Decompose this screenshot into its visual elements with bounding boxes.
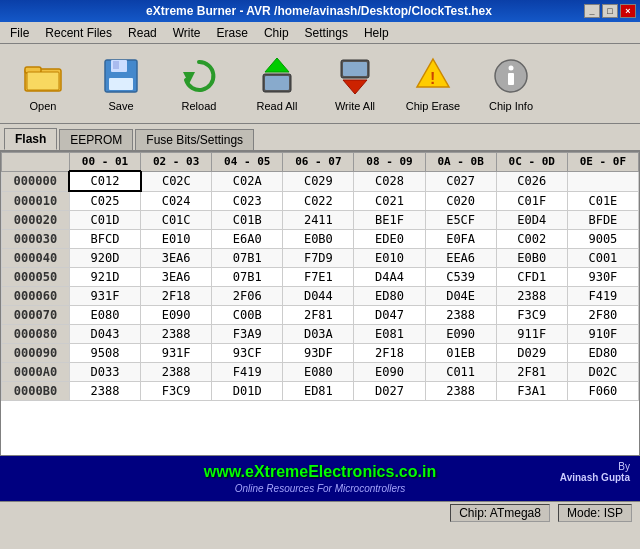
hex-cell[interactable]: E010 — [141, 230, 212, 249]
hex-cell[interactable] — [567, 171, 638, 191]
hex-cell[interactable]: BFDE — [567, 211, 638, 230]
hex-cell[interactable]: F419 — [567, 287, 638, 306]
hex-cell[interactable]: F7D9 — [283, 249, 354, 268]
hex-cell[interactable]: C02C — [141, 171, 212, 191]
hex-cell[interactable]: 921D — [69, 268, 140, 287]
hex-cell[interactable]: D047 — [354, 306, 425, 325]
minimize-button[interactable]: _ — [584, 4, 600, 18]
hex-cell[interactable]: 910F — [567, 325, 638, 344]
open-button[interactable]: Open — [8, 50, 78, 118]
hex-cell[interactable]: C01D — [69, 211, 140, 230]
hex-cell[interactable]: E6A0 — [212, 230, 283, 249]
hex-cell[interactable]: C01F — [496, 191, 567, 211]
read-all-button[interactable]: Read All — [242, 50, 312, 118]
hex-cell[interactable]: C027 — [425, 171, 496, 191]
hex-cell[interactable]: F3C9 — [141, 382, 212, 401]
hex-cell[interactable]: E0B0 — [283, 230, 354, 249]
hex-cell[interactable]: 2F18 — [354, 344, 425, 363]
hex-cell[interactable]: 931F — [69, 287, 140, 306]
hex-cell[interactable]: C029 — [283, 171, 354, 191]
hex-table-container[interactable]: 00 - 01 02 - 03 04 - 05 06 - 07 08 - 09 … — [0, 151, 640, 456]
hex-cell[interactable]: ED80 — [354, 287, 425, 306]
hex-cell[interactable]: C012 — [69, 171, 140, 191]
hex-cell[interactable]: D4A4 — [354, 268, 425, 287]
menu-read[interactable]: Read — [120, 22, 165, 43]
hex-cell[interactable]: C00B — [212, 306, 283, 325]
hex-cell[interactable]: C028 — [354, 171, 425, 191]
hex-cell[interactable]: C02A — [212, 171, 283, 191]
hex-cell[interactable]: D043 — [69, 325, 140, 344]
hex-cell[interactable]: BFCD — [69, 230, 140, 249]
hex-cell[interactable]: F3C9 — [496, 306, 567, 325]
hex-cell[interactable]: F3A1 — [496, 382, 567, 401]
close-button[interactable]: × — [620, 4, 636, 18]
hex-cell[interactable]: ED80 — [567, 344, 638, 363]
menu-settings[interactable]: Settings — [297, 22, 356, 43]
menu-recent-files[interactable]: Recent Files — [37, 22, 120, 43]
hex-cell[interactable]: 93DF — [283, 344, 354, 363]
hex-cell[interactable]: C01B — [212, 211, 283, 230]
hex-cell[interactable]: C022 — [283, 191, 354, 211]
hex-cell[interactable]: 2F06 — [212, 287, 283, 306]
hex-cell[interactable]: F7E1 — [283, 268, 354, 287]
hex-cell[interactable]: D03A — [283, 325, 354, 344]
hex-cell[interactable]: 2388 — [141, 325, 212, 344]
hex-cell[interactable]: EEA6 — [425, 249, 496, 268]
hex-cell[interactable]: D027 — [354, 382, 425, 401]
hex-cell[interactable]: E080 — [283, 363, 354, 382]
hex-cell[interactable]: 07B1 — [212, 268, 283, 287]
hex-cell[interactable]: 93CF — [212, 344, 283, 363]
hex-cell[interactable]: E0FA — [425, 230, 496, 249]
hex-cell[interactable]: C021 — [354, 191, 425, 211]
reload-button[interactable]: Reload — [164, 50, 234, 118]
hex-cell[interactable]: 3EA6 — [141, 268, 212, 287]
menu-write[interactable]: Write — [165, 22, 209, 43]
hex-cell[interactable]: D02C — [567, 363, 638, 382]
menu-erase[interactable]: Erase — [209, 22, 256, 43]
menu-chip[interactable]: Chip — [256, 22, 297, 43]
hex-cell[interactable]: C539 — [425, 268, 496, 287]
maximize-button[interactable]: □ — [602, 4, 618, 18]
hex-cell[interactable]: E0D4 — [496, 211, 567, 230]
hex-cell[interactable]: 9508 — [69, 344, 140, 363]
hex-cell[interactable]: C01E — [567, 191, 638, 211]
hex-cell[interactable]: 920D — [69, 249, 140, 268]
hex-cell[interactable]: 2411 — [283, 211, 354, 230]
hex-cell[interactable]: 930F — [567, 268, 638, 287]
hex-cell[interactable]: E090 — [425, 325, 496, 344]
hex-cell[interactable]: 2F80 — [567, 306, 638, 325]
hex-cell[interactable]: C025 — [69, 191, 140, 211]
hex-cell[interactable]: 2388 — [425, 382, 496, 401]
hex-cell[interactable]: 2F81 — [283, 306, 354, 325]
hex-cell[interactable]: F419 — [212, 363, 283, 382]
hex-cell[interactable]: C026 — [496, 171, 567, 191]
hex-cell[interactable]: C011 — [425, 363, 496, 382]
hex-cell[interactable]: 2388 — [425, 306, 496, 325]
hex-cell[interactable]: 2F81 — [496, 363, 567, 382]
hex-cell[interactable]: D04E — [425, 287, 496, 306]
hex-cell[interactable]: CFD1 — [496, 268, 567, 287]
tab-eeprom[interactable]: EEPROM — [59, 129, 133, 150]
hex-cell[interactable]: E090 — [141, 306, 212, 325]
hex-cell[interactable]: 07B1 — [212, 249, 283, 268]
hex-cell[interactable]: C023 — [212, 191, 283, 211]
hex-cell[interactable]: C01C — [141, 211, 212, 230]
save-button[interactable]: Save — [86, 50, 156, 118]
hex-cell[interactable]: E010 — [354, 249, 425, 268]
hex-cell[interactable]: 931F — [141, 344, 212, 363]
hex-cell[interactable]: ED81 — [283, 382, 354, 401]
hex-cell[interactable]: E080 — [69, 306, 140, 325]
hex-cell[interactable]: D044 — [283, 287, 354, 306]
hex-cell[interactable]: 01EB — [425, 344, 496, 363]
hex-cell[interactable]: C024 — [141, 191, 212, 211]
hex-cell[interactable]: 2388 — [141, 363, 212, 382]
hex-cell[interactable]: C001 — [567, 249, 638, 268]
hex-cell[interactable]: F060 — [567, 382, 638, 401]
hex-cell[interactable]: E5CF — [425, 211, 496, 230]
tab-flash[interactable]: Flash — [4, 128, 57, 150]
hex-cell[interactable]: 2388 — [69, 382, 140, 401]
hex-cell[interactable]: C020 — [425, 191, 496, 211]
hex-cell[interactable]: E081 — [354, 325, 425, 344]
hex-cell[interactable]: 9005 — [567, 230, 638, 249]
hex-cell[interactable]: 3EA6 — [141, 249, 212, 268]
